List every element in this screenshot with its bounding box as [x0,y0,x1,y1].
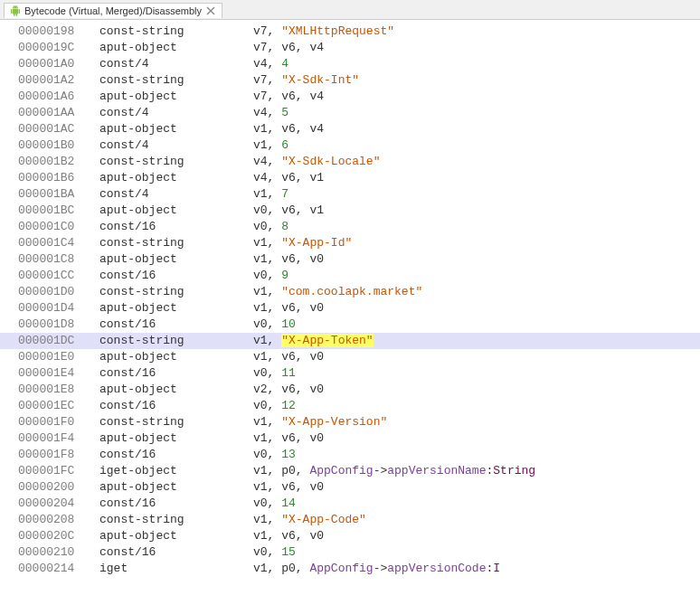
opcode: aput-object [99,300,253,317]
opcode: aput-object [99,382,253,398]
address: 000001D4 [18,300,99,317]
address: 000001E4 [18,365,99,382]
code-row[interactable]: 00000210const/16v0, 15 [0,544,700,561]
address: 000001C8 [18,251,99,268]
opcode: const/16 [99,447,253,463]
operands: v1, v6, v4 [253,121,693,137]
operands: v1, v6, v0 [253,528,693,544]
address: 000001DC [18,333,99,349]
address: 000001D8 [18,317,99,333]
address: 000001E8 [18,382,99,398]
opcode: aput-object [99,89,253,105]
address: 000001A0 [18,56,99,72]
code-row[interactable]: 0000019Caput-objectv7, v6, v4 [0,40,700,56]
code-row[interactable]: 000001E0aput-objectv1, v6, v0 [0,349,700,365]
code-row[interactable]: 000001F4aput-objectv1, v6, v0 [0,430,700,447]
opcode: const/4 [99,56,253,72]
address: 000001FC [18,463,99,479]
code-row[interactable]: 000001A2const-stringv7, "X-Sdk-Int" [0,72,700,89]
code-row[interactable]: 000001D0const-stringv1, "com.coolapk.mar… [0,284,700,300]
opcode: const/16 [99,398,253,414]
operands: v1, "X-App-Version" [253,414,693,430]
close-icon[interactable] [205,5,216,16]
operands: v4, "X-Sdk-Locale" [253,154,693,170]
code-row[interactable]: 00000200aput-objectv1, v6, v0 [0,479,700,496]
address: 000001B0 [18,137,99,154]
tab-disassembly[interactable]: Bytecode (Virtual, Merged)/Disassembly [4,3,222,18]
operands: v0, 10 [253,317,693,333]
code-row[interactable]: 00000204const/16v0, 14 [0,496,700,512]
code-row[interactable]: 000001E8aput-objectv2, v6, v0 [0,382,700,398]
operands: v0, 13 [253,447,693,463]
opcode: aput-object [99,430,253,447]
operands: v1, "X-App-Id" [253,235,693,251]
code-row[interactable]: 000001F0const-stringv1, "X-App-Version" [0,414,700,430]
code-row[interactable]: 000001BCaput-objectv0, v6, v1 [0,203,700,219]
address: 0000020C [18,528,99,544]
address: 000001D0 [18,284,99,300]
code-row[interactable]: 000001C0const/16v0, 8 [0,219,700,235]
opcode: iget [99,561,253,577]
code-row[interactable]: 000001AAconst/4v4, 5 [0,105,700,121]
operands: v1, v6, v0 [253,300,693,317]
code-row[interactable]: 000001A0const/4v4, 4 [0,56,700,72]
opcode: const-string [99,154,253,170]
operands: v1, p0, AppConfig->appVersionName:String [253,463,693,479]
code-row[interactable]: 000001ECconst/16v0, 12 [0,398,700,414]
operands: v4, 5 [253,105,693,121]
operands: v0, 11 [253,365,693,382]
operands: v4, 4 [253,56,693,72]
operands: v0, 8 [253,219,693,235]
opcode: const/16 [99,365,253,382]
disassembly-listing[interactable]: 00000198const-stringv7, "XMLHttpRequest"… [0,20,700,581]
code-row[interactable]: 000001DCconst-stringv1, "X-App-Token" [0,333,700,349]
opcode: const/16 [99,268,253,284]
operands: v1, v6, v0 [253,430,693,447]
operands: v2, v6, v0 [253,382,693,398]
address: 000001A6 [18,89,99,105]
operands: v1, v6, v0 [253,251,693,268]
code-row[interactable]: 000001BAconst/4v1, 7 [0,186,700,203]
code-row[interactable]: 000001D8const/16v0, 10 [0,317,700,333]
code-row[interactable]: 00000198const-stringv7, "XMLHttpRequest" [0,24,700,40]
opcode: aput-object [99,479,253,496]
code-row[interactable]: 000001E4const/16v0, 11 [0,365,700,382]
code-row[interactable]: 000001F8const/16v0, 13 [0,447,700,463]
operands: v1, v6, v0 [253,479,693,496]
address: 000001C4 [18,235,99,251]
code-row[interactable]: 000001D4aput-objectv1, v6, v0 [0,300,700,317]
opcode: const/4 [99,137,253,154]
code-row[interactable]: 000001B6aput-objectv4, v6, v1 [0,170,700,186]
operands: v1, 6 [253,137,693,154]
code-row[interactable]: 000001FCiget-objectv1, p0, AppConfig->ap… [0,463,700,479]
code-row[interactable]: 000001A6aput-objectv7, v6, v4 [0,89,700,105]
code-row[interactable]: 000001ACaput-objectv1, v6, v4 [0,121,700,137]
code-row[interactable]: 000001C4const-stringv1, "X-App-Id" [0,235,700,251]
opcode: aput-object [99,121,253,137]
code-row[interactable]: 0000020Caput-objectv1, v6, v0 [0,528,700,544]
address: 000001E0 [18,349,99,365]
opcode: const/16 [99,219,253,235]
code-row[interactable]: 00000208const-stringv1, "X-App-Code" [0,512,700,528]
opcode: const-string [99,333,253,349]
code-row[interactable]: 000001B0const/4v1, 6 [0,137,700,154]
opcode: const/16 [99,317,253,333]
code-row[interactable]: 000001C8aput-objectv1, v6, v0 [0,251,700,268]
operands: v1, p0, AppConfig->appVersionCode:I [253,561,693,577]
code-row[interactable]: 00000214igetv1, p0, AppConfig->appVersio… [0,561,700,577]
address: 000001B2 [18,154,99,170]
address: 000001BA [18,186,99,203]
operands: v4, v6, v1 [253,170,693,186]
opcode: const-string [99,72,253,89]
opcode: const-string [99,284,253,300]
code-row[interactable]: 000001B2const-stringv4, "X-Sdk-Locale" [0,154,700,170]
operands: v1, "X-App-Token" [253,333,693,349]
operands: v0, v6, v1 [253,203,693,219]
operands: v1, v6, v0 [253,349,693,365]
operands: v1, "com.coolapk.market" [253,284,693,300]
code-row[interactable]: 000001CCconst/16v0, 9 [0,268,700,284]
address: 000001A2 [18,72,99,89]
opcode: const-string [99,414,253,430]
address: 00000214 [18,561,99,577]
operands: v7, v6, v4 [253,40,693,56]
